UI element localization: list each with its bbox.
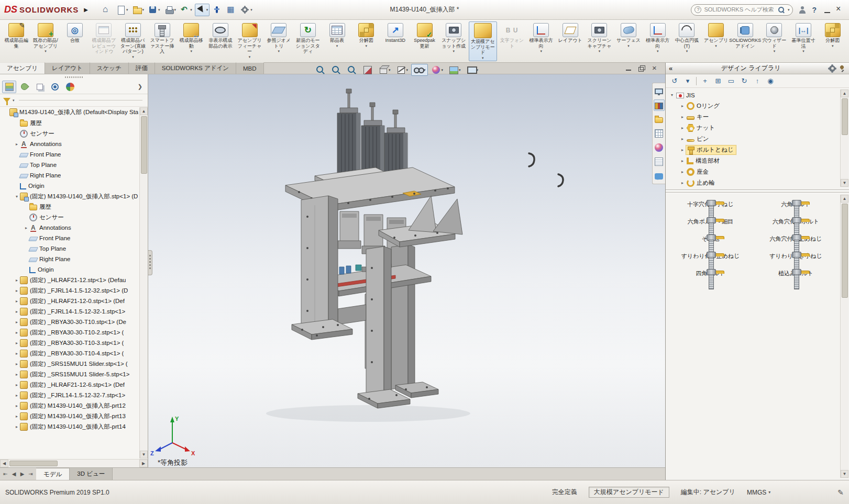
solidworks-forum[interactable] [654,170,665,182]
feature-tree-item[interactable]: ▸ (固定) M1439-U140_仮挿入部-prt12 [0,400,139,411]
probe[interactable] [211,4,224,16]
layout[interactable]: レイアウト [556,21,585,61]
expand-arrow-icon[interactable]: ▸ [679,170,686,174]
feature-tree-item[interactable]: センサー [0,212,139,222]
expand-arrow-icon[interactable]: ▸ [14,383,20,387]
expand-arrow-icon[interactable]: ▸ [14,414,20,419]
mate[interactable]: 合致 [60,21,89,61]
feature-tree-item[interactable]: ▸ (固定) _HLRAF21-12-6.stp<1> (Def [0,379,139,390]
scroll-up-icon[interactable]: ▲ [140,107,148,115]
expand-arrow-icon[interactable]: ▸ [679,104,686,108]
scroll-down-icon[interactable]: ▼ [841,179,848,187]
3d-model-assembly[interactable]: Y X Z [148,74,665,467]
scroll-left-icon[interactable]: ◀ [0,460,8,467]
apply-scene[interactable]: ▾ [446,64,463,76]
command-tab[interactable]: レイアウト [45,62,90,74]
edit-pencil-icon[interactable]: ✎ [837,488,844,497]
sheet-tab[interactable]: モデル [36,468,70,480]
separator[interactable] [696,77,697,85]
fm-display[interactable] [63,81,77,93]
library-folder-item[interactable]: 六角ボルト - 細目 [671,216,750,225]
centerpoint-arc[interactable]: 中心点円弧(T) ▾ [672,21,701,61]
move-component[interactable]: 構成部品移動 ▾ [177,21,206,61]
panel-splitter-handle[interactable] [148,250,152,275]
filter-funnel-icon[interactable] [3,98,10,103]
feature-tree-item[interactable]: ▸ (固定) _HLRAF21-12-0.stp<1> (Def [0,296,139,306]
expand-arrow-icon[interactable]: ▸ [679,115,686,119]
expand-arrow-icon[interactable]: ▸ [679,148,686,152]
library-folder-item[interactable]: その他 [671,233,750,242]
feature-tree-item[interactable]: ▸ (固定) M1439-U140_仮挿入部-prt14 [0,421,139,432]
instant3d[interactable]: Instant3D [381,21,410,61]
feature-tree-item[interactable]: ▸ (固定) _FJRL14-1.5-12-32-1.stp<1> [0,306,139,317]
library-folder-item[interactable]: 植込みボルト [757,268,835,277]
library-folder-item[interactable]: 十字穴付き小ねじ [671,199,750,208]
expand-arrow-icon[interactable]: ▸ [14,299,20,304]
screen-capture[interactable]: スクリーンキャプチャ ▾ [585,21,614,61]
feature-tree-item[interactable]: ▾ (固定) M1439-U140_仮挿入部.stp<1> (D [0,191,139,201]
library-splitter-handle[interactable] [666,188,849,195]
hide-show-items[interactable]: ▾ [411,64,428,76]
view-settings[interactable]: ▾ [464,64,481,76]
library-tree-item[interactable]: ▸ 構造部材 [669,155,840,166]
tree-vertical-scrollbar[interactable]: ▲ ▼ [139,107,148,458]
add-file-location[interactable]: ⊞ [713,77,723,85]
filter-input[interactable] [19,100,142,100]
flyout-expand-icon[interactable]: ❯ [135,83,146,90]
expand-arrow-icon[interactable]: ▾ [14,194,20,199]
last-tab[interactable]: ⇥ [27,471,35,477]
doc-restore[interactable] [636,63,647,73]
view-orientation[interactable]: ▾ [376,64,393,76]
next-tab[interactable]: ▶ [18,471,26,477]
edit-appearance[interactable]: ▾ [429,64,446,76]
feature-tree-item[interactable]: ▸ (固定) _FJRL14-1.5-12-32-7.stp<1> [0,390,139,400]
expand-arrow-icon[interactable]: ▸ [14,320,20,324]
reference-geometry[interactable]: 参照ジオメトリ ▾ [264,21,293,61]
feature-tree-item[interactable]: Right Plane [0,170,139,181]
command-tab[interactable]: スケッチ [90,62,129,74]
doc-minimize[interactable] [623,63,634,73]
zoom-to-area[interactable] [329,64,344,76]
search-scope-caret-icon[interactable]: ▾ [788,8,790,12]
section-view[interactable] [360,64,375,76]
feature-tree-root[interactable]: M1439-U140_仮挿入部 (Default<Display Sta [0,107,148,118]
scroll-up-icon[interactable]: ▲ [841,89,848,97]
component-preview-window[interactable]: 構成部品プレビューウィンドウ [90,21,118,61]
prev-tab[interactable]: ◀ [10,471,18,477]
design-library[interactable] [654,99,665,111]
feature-tree-item[interactable]: ▸ (固定) M1439-U140_仮挿入部-prt13 [0,411,139,421]
command-tab[interactable]: 評価 [129,62,155,74]
surface[interactable]: サーフェス ▾ [614,21,643,61]
new-doc[interactable]: ▾ [115,4,130,16]
sheet-tab[interactable]: 3D ビュー [70,468,113,480]
assembly-features[interactable]: アセンブリフィーチャー ▾ [235,21,264,61]
scroll-thumb[interactable] [842,98,848,135]
previous-view[interactable] [345,64,359,76]
save[interactable]: ▾ [147,4,162,16]
help-search-box[interactable]: ? SOLIDWORKS ヘルプ検索 ▾ [691,4,793,16]
feature-tree-item[interactable]: Origin [0,181,139,191]
show-hidden-components[interactable]: 非表示構成部品の表示 [206,21,235,61]
tree-horizontal-scrollbar[interactable]: ◀ ▶ [0,459,148,467]
open[interactable]: ▾ [131,4,146,16]
assembly[interactable]: アセンブリ ▾ [702,21,731,61]
datum-dimension[interactable]: 基準位置寸法 ▾ [789,21,818,61]
expand-arrow-icon[interactable]: ▸ [14,142,20,147]
hole-wizard[interactable]: 穴ウィザード ▾ [760,21,789,61]
expand-arrow-icon[interactable]: ▾ [669,93,675,97]
expand-arrow-icon[interactable]: ▸ [679,159,686,163]
library-tree-item[interactable]: ▸ ピン [669,133,840,144]
move-up[interactable]: ↑ [753,77,762,85]
options-gear-icon[interactable] [829,65,835,72]
expand-arrow-icon[interactable]: ▸ [14,362,20,366]
feature-tree-item[interactable]: Top Plane [0,243,139,254]
custom-properties[interactable] [654,156,665,167]
expand-arrow-icon[interactable]: ▸ [14,393,20,398]
feature-tree-item[interactable]: Top Plane [0,160,139,170]
standard-views-1[interactable]: 標準表示方向 ▾ [527,21,556,61]
library-folder-item[interactable]: すりわり付き小ねじ [757,251,835,260]
edit-component[interactable]: 構成部品編集 [2,21,31,61]
filter-caret-icon[interactable]: ▾ [13,98,15,103]
feature-tree-item[interactable]: Front Plane [0,233,139,243]
appearances-scenes[interactable] [654,142,665,153]
